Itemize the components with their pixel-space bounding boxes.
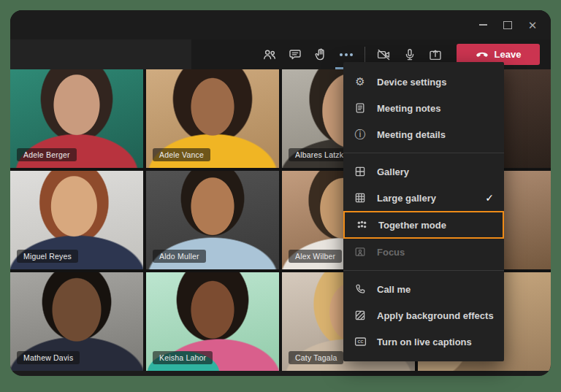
participant-name-badge: Adele Vance [153, 148, 210, 161]
video-tile: Adele Berger [10, 69, 143, 168]
gear-icon: ⚙ [354, 75, 367, 88]
participant-name-badge: Aldo Muller [153, 250, 206, 263]
menu-item-apply-background-effects[interactable]: Apply background effects [343, 302, 504, 328]
phone-icon [354, 283, 367, 295]
participant-name-badge: Mathew Davis [17, 351, 80, 364]
chat-icon [288, 47, 302, 62]
video-tile: Keisha Lahor [146, 272, 279, 371]
menu-divider [343, 153, 504, 153]
share-screen-icon [428, 47, 443, 62]
more-actions-menu: ⚙ Device settings Meeting notes ⓘ Meetin… [343, 62, 504, 361]
menu-item-turn-on-live-captions[interactable]: CC Turn on live captions [343, 328, 504, 355]
leave-button-label: Leave [495, 49, 522, 60]
menu-item-together-mode[interactable]: Together mode [343, 211, 504, 239]
video-tile: Mathew Davis [10, 272, 143, 371]
check-icon: ✓ [485, 192, 494, 204]
raise-hand-button[interactable] [308, 39, 333, 69]
background-pattern-icon [354, 310, 367, 321]
participant-name-badge: Caty Tagala [289, 351, 343, 364]
menu-item-label: Together mode [378, 220, 492, 231]
ellipsis-icon [340, 53, 353, 56]
grid-2x2-icon [354, 166, 367, 177]
minimize-icon [479, 24, 487, 26]
raised-hand-icon [313, 47, 328, 62]
participant-name-badge: Miguel Reyes [17, 250, 78, 263]
menu-item-large-gallery[interactable]: Large gallery ✓ [343, 185, 504, 211]
menu-item-label: Focus [377, 247, 494, 258]
title-bar: ✕ [10, 10, 551, 39]
menu-item-label: Meeting details [377, 129, 494, 140]
video-tile: Aldo Muller [146, 171, 279, 269]
video-tile: Miguel Reyes [10, 171, 143, 269]
menu-item-label: Turn on live captions [377, 337, 494, 347]
menu-item-label: Apply background effects [377, 310, 494, 321]
menu-item-label: Meeting notes [377, 103, 494, 114]
menu-item-label: Device settings [377, 77, 494, 88]
menu-item-device-settings[interactable]: ⚙ Device settings [343, 69, 504, 95]
menu-item-label: Call me [377, 284, 494, 295]
grid-3x3-icon [354, 192, 367, 204]
camera-off-icon [376, 47, 392, 62]
video-tile: Adele Vance [146, 69, 279, 168]
menu-item-meeting-details[interactable]: ⓘ Meeting details [343, 121, 504, 147]
hang-up-icon [476, 50, 489, 59]
menu-item-gallery[interactable]: Gallery [343, 158, 504, 185]
participant-name-badge: Alex Wilber [289, 250, 342, 263]
close-icon: ✕ [528, 20, 538, 31]
people-icon [262, 47, 277, 62]
closed-captions-icon: CC [354, 337, 367, 347]
menu-item-meeting-notes[interactable]: Meeting notes [343, 95, 504, 121]
menu-item-call-me[interactable]: Call me [343, 276, 504, 302]
chat-button[interactable] [282, 39, 308, 69]
together-people-icon [355, 220, 368, 230]
menu-divider [343, 270, 504, 271]
info-icon: ⓘ [354, 128, 367, 142]
minimize-button[interactable] [475, 17, 491, 33]
maximize-button[interactable] [500, 17, 516, 33]
menu-item-label: Large gallery [377, 193, 475, 204]
menu-item-label: Gallery [377, 166, 494, 177]
mic-icon [402, 47, 417, 62]
participant-name-badge: Keisha Lahor [153, 351, 213, 364]
show-participants-button[interactable] [256, 39, 282, 69]
toolbar-divider [365, 47, 365, 63]
maximize-icon [503, 21, 512, 29]
close-button[interactable]: ✕ [524, 17, 541, 33]
participant-name-badge: Adele Berger [17, 148, 77, 161]
focus-frame-icon [354, 246, 367, 258]
svg-text:CC: CC [357, 339, 363, 344]
menu-item-focus: Focus [343, 239, 504, 265]
notes-icon [354, 102, 367, 114]
